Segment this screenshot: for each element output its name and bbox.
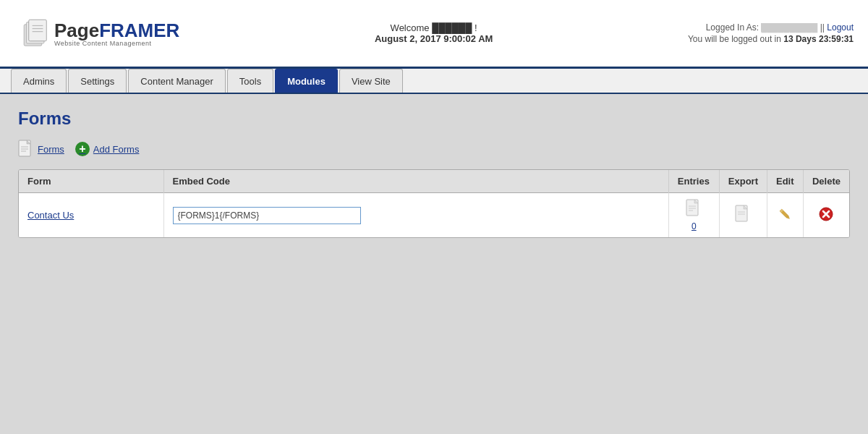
page-title: Forms: [18, 109, 850, 129]
logo-text: Page FRAMER Website Content Management: [54, 20, 179, 47]
header: Page FRAMER Website Content Management W…: [0, 0, 868, 69]
nav-content-manager[interactable]: Content Manager: [128, 69, 225, 93]
welcome-suffix: !: [475, 22, 477, 33]
logout-link[interactable]: Logout: [827, 22, 854, 33]
welcome-name: ██████: [432, 22, 472, 33]
toolbar: Forms + Add Forms: [18, 140, 850, 158]
edit-icon-wrap[interactable]: [777, 206, 793, 222]
session-line: You will be logged out in 13 Days 23:59:…: [688, 34, 854, 44]
nav-tools[interactable]: Tools: [227, 69, 273, 93]
datetime: August 2, 2017 9:00:02 AM: [375, 33, 493, 44]
forms-label: Forms: [38, 144, 64, 155]
table-header-row: Form Embed Code Entries Export Edit Dele…: [19, 170, 849, 193]
export-icon-wrap[interactable]: [735, 205, 751, 224]
col-header-embed: Embed Code: [163, 170, 668, 193]
col-header-export: Export: [719, 170, 767, 193]
forms-table: Form Embed Code Entries Export Edit Dele…: [19, 170, 849, 237]
svg-rect-2: [29, 20, 47, 41]
nav-settings[interactable]: Settings: [68, 69, 127, 93]
main-content: Forms Forms + Add Forms Form Embed Cod: [0, 94, 868, 434]
col-header-form: Form: [19, 170, 163, 193]
export-cell: [719, 193, 767, 238]
logged-in-user: ██████████: [761, 23, 817, 32]
logo-page: Page: [54, 20, 99, 42]
entries-count-link[interactable]: 0: [678, 221, 710, 231]
session-prefix: You will be logged out in: [688, 34, 781, 44]
col-header-edit: Edit: [767, 170, 803, 193]
export-icon: [735, 205, 751, 224]
separator: ||: [820, 22, 827, 33]
welcome-prefix: Welcome: [391, 22, 430, 33]
nav-admins[interactable]: Admins: [11, 69, 67, 93]
embed-code-input[interactable]: [173, 207, 361, 224]
logo-framer: FRAMER: [99, 20, 179, 42]
nav-bar: Admins Settings Content Manager Tools Mo…: [0, 69, 868, 94]
delete-icon: [819, 207, 833, 221]
nav-modules[interactable]: Modules: [275, 69, 338, 93]
login-area: Logged In As: ██████████ || Logout You w…: [688, 22, 854, 44]
logged-in-label: Logged In As:: [706, 22, 759, 33]
add-circle-icon: +: [75, 142, 90, 156]
col-header-entries: Entries: [668, 170, 719, 193]
document-icon: [18, 140, 34, 158]
delete-icon-wrap[interactable]: [819, 207, 833, 221]
logo-icon: [14, 17, 54, 50]
edit-cell: [767, 193, 803, 238]
contact-us-link[interactable]: Contact Us: [27, 210, 74, 221]
session-time: 13 Days 23:59:31: [783, 34, 854, 44]
forms-table-wrap: Form Embed Code Entries Export Edit Dele…: [18, 169, 850, 238]
logged-in-line: Logged In As: ██████████ || Logout: [688, 22, 854, 33]
add-forms-toolbar-item[interactable]: + Add Forms: [75, 142, 140, 156]
form-name-cell: Contact Us: [19, 193, 163, 238]
welcome-line: Welcome ██████ !: [375, 22, 493, 33]
nav-view-site[interactable]: View Site: [339, 69, 403, 93]
forms-toolbar-item[interactable]: Forms: [18, 140, 64, 158]
delete-cell: [803, 193, 849, 238]
welcome-area: Welcome ██████ ! August 2, 2017 9:00:02 …: [375, 22, 493, 44]
table-row: Contact Us 0: [19, 193, 849, 238]
entries-cell: 0: [668, 193, 719, 238]
logo-area: Page FRAMER Website Content Management: [14, 17, 179, 50]
edit-pencil-icon: [777, 206, 793, 222]
add-forms-label: Add Forms: [93, 144, 140, 155]
col-header-delete: Delete: [803, 170, 849, 193]
logo-subtitle: Website Content Management: [54, 40, 151, 47]
embed-code-cell: [163, 193, 668, 238]
entries-file-icon: [686, 199, 702, 218]
